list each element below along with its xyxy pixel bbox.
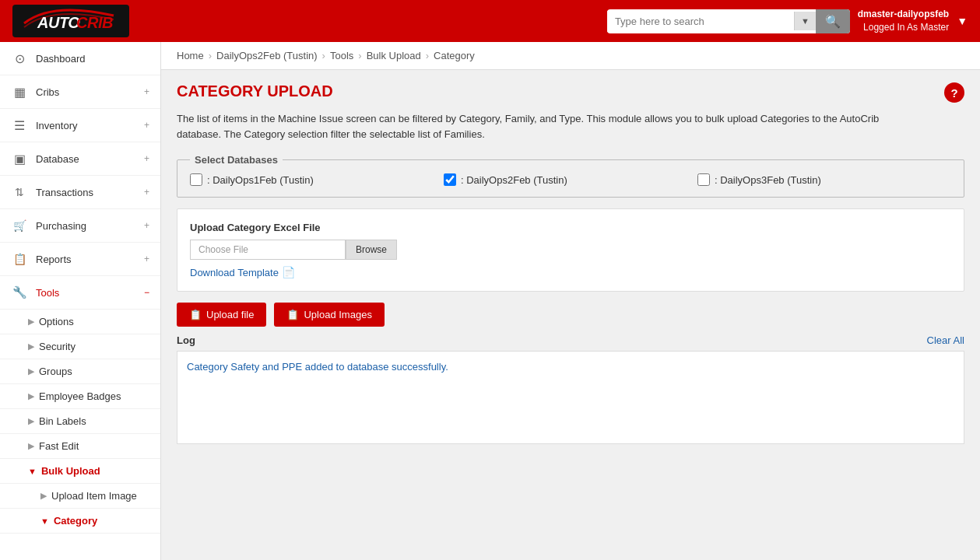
breadcrumb-dailyops[interactable]: DailyOps2Feb (Tustin) bbox=[216, 50, 318, 61]
sidebar-sub-item-bulk-upload[interactable]: ▼ Bulk Upload bbox=[0, 459, 160, 484]
logo: AUTO CRIB bbox=[12, 5, 129, 37]
sidebar-sub-item-bin-labels[interactable]: ▶ Bin Labels bbox=[0, 409, 160, 434]
logged-in-as: Logged In As Master bbox=[858, 21, 949, 34]
db-checkbox-item-2: : DailyOps2Feb (Tustin) bbox=[444, 173, 697, 186]
sidebar-label-inventory: Inventory bbox=[36, 120, 144, 131]
breadcrumb: Home › DailyOps2Feb (Tustin) › Tools › B… bbox=[161, 42, 980, 70]
options-arrow-icon: ▶ bbox=[28, 317, 34, 327]
db3-checkbox[interactable] bbox=[697, 173, 710, 186]
breadcrumb-current: Category bbox=[434, 50, 475, 61]
logo-area: AUTO CRIB bbox=[12, 5, 129, 37]
sidebar-sub-label-category: Category bbox=[54, 515, 97, 527]
help-button[interactable]: ? bbox=[944, 82, 964, 103]
db2-checkbox[interactable] bbox=[444, 173, 456, 186]
sidebar-item-database[interactable]: ▣ Database + bbox=[0, 142, 160, 176]
db1-checkbox[interactable] bbox=[190, 173, 202, 186]
fast-edit-arrow-icon: ▶ bbox=[28, 441, 34, 451]
log-message: Category Safety and PPE added to databas… bbox=[187, 361, 954, 373]
sidebar-item-purchasing[interactable]: 🛒 Purchasing + bbox=[0, 209, 160, 243]
purchasing-icon: 🛒 bbox=[11, 217, 28, 234]
db-checkbox-item-3: : DailyOps3Feb (Tustin) bbox=[697, 173, 951, 186]
username: dmaster-dailyopsfeb bbox=[858, 8, 949, 21]
sidebar: ⊙ Dashboard ▦ Cribs + ☰ Inventory + ▣ Da… bbox=[0, 42, 161, 560]
sidebar-sub-label-bulk-upload: Bulk Upload bbox=[41, 465, 100, 477]
upload-item-image-arrow-icon: ▶ bbox=[40, 491, 47, 501]
select-databases-legend: Select Databases bbox=[190, 154, 283, 166]
upload-section-label: Upload Category Excel File bbox=[190, 222, 951, 233]
main-layout: ⊙ Dashboard ▦ Cribs + ☰ Inventory + ▣ Da… bbox=[0, 42, 980, 560]
breadcrumb-tools[interactable]: Tools bbox=[330, 50, 353, 61]
tools-icon: 🔧 bbox=[11, 284, 28, 301]
sidebar-sub-label-upload-item-image: Upload Item Image bbox=[51, 490, 137, 502]
user-info: dmaster-dailyopsfeb Logged In As Master bbox=[858, 8, 949, 34]
upload-panel: Upload Category Excel File Choose File B… bbox=[177, 208, 964, 292]
sidebar-sub-label-fast-edit: Fast Edit bbox=[39, 440, 79, 452]
sidebar-sub-item-upload-item-image[interactable]: ▶ Upload Item Image bbox=[0, 484, 160, 509]
database-icon: ▣ bbox=[11, 150, 28, 167]
transactions-expand-icon: + bbox=[144, 187, 149, 198]
reports-expand-icon: + bbox=[144, 254, 149, 264]
svg-text:CRIB: CRIB bbox=[76, 14, 113, 31]
svg-text:AUTO: AUTO bbox=[37, 14, 80, 31]
sidebar-sub-item-options[interactable]: ▶ Options bbox=[0, 310, 160, 334]
breadcrumb-home[interactable]: Home bbox=[177, 50, 204, 61]
database-expand-icon: + bbox=[144, 153, 149, 164]
sidebar-item-transactions[interactable]: ⇅ Transactions + bbox=[0, 176, 160, 209]
database-checkboxes: : DailyOps1Feb (Tustin) : DailyOps2Feb (… bbox=[190, 173, 951, 186]
breadcrumb-bulk-upload[interactable]: Bulk Upload bbox=[367, 50, 421, 61]
user-menu-chevron[interactable]: ▼ bbox=[957, 15, 968, 27]
search-dropdown-button[interactable]: ▼ bbox=[794, 12, 816, 30]
log-label: Log bbox=[177, 334, 195, 346]
upload-file-icon: 📋 bbox=[189, 309, 202, 320]
bulk-upload-arrow-icon: ▼ bbox=[28, 467, 37, 476]
purchasing-expand-icon: + bbox=[144, 220, 149, 231]
browse-button[interactable]: Browse bbox=[346, 240, 397, 260]
db2-label: : DailyOps2Feb (Tustin) bbox=[461, 174, 567, 186]
sidebar-item-cribs[interactable]: ▦ Cribs + bbox=[0, 75, 160, 109]
db1-label: : DailyOps1Feb (Tustin) bbox=[207, 174, 314, 186]
cribs-expand-icon: + bbox=[144, 86, 149, 97]
sidebar-sub-item-fast-edit[interactable]: ▶ Fast Edit bbox=[0, 434, 160, 459]
search-input[interactable] bbox=[607, 11, 794, 32]
tools-expand-icon: − bbox=[144, 287, 149, 298]
transactions-icon: ⇅ bbox=[11, 184, 28, 201]
inventory-icon: ☰ bbox=[11, 117, 28, 134]
db-checkbox-item-1: : DailyOps1Feb (Tustin) bbox=[190, 173, 444, 186]
sidebar-sub-label-employee-badges: Employee Badges bbox=[39, 390, 121, 402]
breadcrumb-sep-4: › bbox=[426, 50, 429, 61]
clear-all-link[interactable]: Clear All bbox=[927, 334, 964, 346]
breadcrumb-sep-2: › bbox=[322, 50, 325, 61]
upload-images-icon: 📋 bbox=[286, 309, 299, 320]
db3-label: : DailyOps3Feb (Tustin) bbox=[715, 174, 821, 186]
sidebar-sub-label-bin-labels: Bin Labels bbox=[39, 415, 86, 427]
page-content: CATEGORY UPLOAD ? The list of items in t… bbox=[161, 70, 980, 457]
sidebar-sub-item-security[interactable]: ▶ Security bbox=[0, 334, 160, 359]
download-icon: 📄 bbox=[282, 266, 295, 278]
sidebar-sub-item-category[interactable]: ▼ Category bbox=[0, 509, 160, 534]
select-databases-panel: Select Databases : DailyOps1Feb (Tustin)… bbox=[177, 154, 964, 198]
page-title: CATEGORY UPLOAD bbox=[177, 82, 333, 100]
log-header: Log Clear All bbox=[177, 334, 964, 346]
file-input-row: Choose File Browse bbox=[190, 240, 951, 260]
file-name-display: Choose File bbox=[190, 240, 346, 260]
sidebar-sub-item-groups[interactable]: ▶ Groups bbox=[0, 359, 160, 384]
sidebar-item-reports[interactable]: 📋 Reports + bbox=[0, 243, 160, 276]
sidebar-item-tools[interactable]: 🔧 Tools − bbox=[0, 276, 160, 310]
search-button[interactable]: 🔍 bbox=[816, 9, 850, 33]
main-content: Home › DailyOps2Feb (Tustin) › Tools › B… bbox=[161, 42, 980, 560]
sidebar-sub-item-employee-badges[interactable]: ▶ Employee Badges bbox=[0, 384, 160, 409]
download-template-link[interactable]: Download Template 📄 bbox=[190, 266, 951, 278]
sidebar-label-purchasing: Purchasing bbox=[36, 220, 144, 232]
groups-arrow-icon: ▶ bbox=[28, 366, 34, 376]
sidebar-label-transactions: Transactions bbox=[36, 187, 144, 198]
upload-images-button[interactable]: 📋 Upload Images bbox=[274, 303, 384, 327]
breadcrumb-sep-3: › bbox=[358, 50, 361, 61]
inventory-expand-icon: + bbox=[144, 120, 149, 131]
sidebar-label-reports: Reports bbox=[36, 254, 144, 265]
reports-icon: 📋 bbox=[11, 250, 28, 268]
sidebar-item-dashboard[interactable]: ⊙ Dashboard bbox=[0, 42, 160, 75]
autocrib-logo: AUTO CRIB bbox=[20, 8, 121, 34]
sidebar-item-inventory[interactable]: ☰ Inventory + bbox=[0, 109, 160, 142]
sidebar-sub-label-security: Security bbox=[39, 341, 76, 352]
upload-file-button[interactable]: 📋 Upload file bbox=[177, 303, 266, 327]
